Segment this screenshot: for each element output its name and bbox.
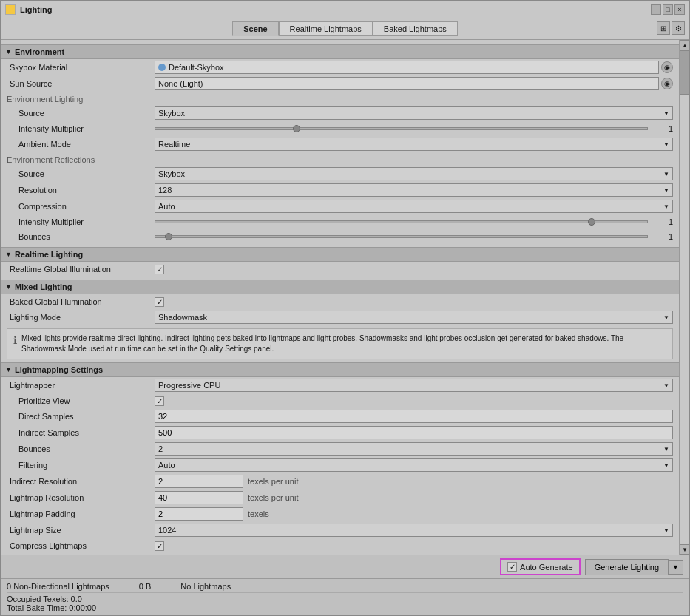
lightmapper-row: Lightmapper Progressive CPU ▼ bbox=[1, 377, 679, 393]
skybox-material-label: Skybox Material bbox=[7, 63, 155, 72]
mixed-lighting-info-text: Mixed lights provide realtime direct lig… bbox=[21, 334, 666, 354]
lightmap-resolution-row: Lightmap Resolution texels per unit bbox=[1, 490, 679, 506]
minimize-button[interactable]: _ bbox=[651, 4, 661, 15]
footer-divider bbox=[7, 592, 683, 593]
environment-section-header: ▼ Environment bbox=[1, 44, 679, 59]
scroll-down-button[interactable]: ▼ bbox=[680, 544, 689, 555]
sun-source-field[interactable]: None (Light) bbox=[155, 77, 659, 90]
tab-scene[interactable]: Scene bbox=[232, 21, 278, 36]
title-bar: Lighting _ □ × bbox=[1, 1, 689, 18]
skybox-material-row: Skybox Material Default-Skybox ◉ bbox=[1, 59, 679, 75]
sun-source-select-btn[interactable]: ◉ bbox=[661, 78, 673, 89]
refl-intensity-thumb[interactable] bbox=[588, 218, 595, 226]
refl-bounces-track[interactable] bbox=[155, 235, 648, 238]
scroll-up-button[interactable]: ▲ bbox=[680, 40, 689, 50]
refl-intensity-label: Intensity Multiplier bbox=[7, 217, 155, 226]
indirect-resolution-row: Indirect Resolution texels per unit bbox=[1, 473, 679, 490]
ambient-mode-dropdown[interactable]: Realtime ▼ bbox=[155, 138, 673, 151]
prioritize-view-label: Prioritize View bbox=[7, 396, 155, 405]
prioritize-view-checkbox[interactable] bbox=[155, 396, 164, 406]
indirect-resolution-value: texels per unit bbox=[155, 475, 673, 488]
indirect-samples-row: Indirect Samples 500 bbox=[1, 424, 679, 441]
ambient-mode-arrow: ▼ bbox=[663, 141, 669, 148]
refl-source-value: Skybox ▼ bbox=[155, 167, 673, 180]
compress-checkbox[interactable] bbox=[155, 541, 164, 551]
direct-samples-value: 32 bbox=[155, 410, 673, 423]
refl-bounces-label: Bounces bbox=[7, 232, 155, 241]
indirect-resolution-input[interactable] bbox=[155, 475, 243, 488]
mixed-arrow[interactable]: ▼ bbox=[5, 283, 12, 291]
refl-source-dropdown[interactable]: Skybox ▼ bbox=[155, 167, 673, 180]
refl-resolution-arrow: ▼ bbox=[663, 187, 669, 194]
auto-generate-checkbox[interactable] bbox=[507, 562, 517, 572]
refl-bounces-slider-container: 1 bbox=[155, 232, 673, 241]
ambient-mode-row: Ambient Mode Realtime ▼ bbox=[1, 136, 679, 152]
lighting-mode-text: Shadowmask bbox=[158, 313, 207, 322]
tab-realtime-lightmaps[interactable]: Realtime Lightmaps bbox=[279, 21, 373, 36]
scene-icon[interactable]: ⊞ bbox=[657, 21, 670, 35]
env-intensity-track[interactable] bbox=[155, 127, 648, 130]
skybox-material-field[interactable]: Default-Skybox bbox=[155, 61, 659, 74]
lightmapper-dropdown[interactable]: Progressive CPU ▼ bbox=[155, 379, 673, 392]
refl-intensity-number: 1 bbox=[651, 217, 673, 226]
skybox-material-value: Default-Skybox ◉ bbox=[155, 61, 673, 74]
scroll-track bbox=[680, 50, 689, 544]
refl-intensity-row: Intensity Multiplier 1 bbox=[1, 214, 679, 229]
indirect-resolution-label: Indirect Resolution bbox=[7, 477, 155, 486]
refl-bounces-thumb[interactable] bbox=[165, 233, 172, 240]
lighting-mode-arrow: ▼ bbox=[663, 314, 669, 321]
info-icon: ℹ bbox=[13, 334, 17, 354]
lightmapping-arrow[interactable]: ▼ bbox=[5, 366, 12, 373]
auto-generate-box[interactable]: Auto Generate bbox=[500, 558, 581, 575]
realtime-arrow[interactable]: ▼ bbox=[5, 251, 12, 258]
lighting-mode-dropdown[interactable]: Shadowmask ▼ bbox=[155, 311, 673, 324]
generate-lighting-button[interactable]: Generate Lighting bbox=[585, 559, 669, 575]
refl-compression-arrow: ▼ bbox=[663, 203, 669, 210]
realtime-gi-checkbox[interactable] bbox=[155, 265, 164, 274]
tab-baked-lightmaps[interactable]: Baked Lightmaps bbox=[373, 21, 458, 36]
close-button[interactable]: × bbox=[674, 4, 685, 15]
generate-lighting-dropdown-button[interactable]: ▼ bbox=[669, 560, 683, 575]
lm-bounces-dropdown[interactable]: 2 ▼ bbox=[155, 442, 673, 456]
lightmap-resolution-input[interactable] bbox=[155, 491, 243, 504]
sun-source-text: None (Light) bbox=[158, 79, 203, 88]
direct-samples-input[interactable]: 32 bbox=[155, 410, 673, 423]
env-lighting-source-dropdown[interactable]: Skybox ▼ bbox=[155, 106, 673, 120]
window-icon bbox=[5, 4, 16, 15]
refl-intensity-track[interactable] bbox=[155, 220, 648, 223]
sun-source-value: None (Light) ◉ bbox=[155, 77, 673, 90]
env-arrow[interactable]: ▼ bbox=[5, 48, 12, 55]
env-intensity-number: 1 bbox=[651, 124, 673, 133]
scroll-thumb[interactable] bbox=[680, 50, 689, 95]
skybox-material-select-btn[interactable]: ◉ bbox=[661, 61, 673, 73]
lightmap-padding-row: Lightmap Padding texels bbox=[1, 506, 679, 522]
lightmap-resolution-value: texels per unit bbox=[155, 491, 673, 504]
indirect-samples-input[interactable]: 500 bbox=[155, 426, 673, 439]
lightmap-size-arrow: ▼ bbox=[663, 527, 669, 534]
filtering-label: Filtering bbox=[7, 461, 155, 470]
ambient-mode-text: Realtime bbox=[158, 140, 190, 149]
title-bar-controls: _ □ × bbox=[651, 4, 685, 15]
lightmap-padding-unit: texels bbox=[248, 510, 269, 518]
filtering-dropdown[interactable]: Auto ▼ bbox=[155, 458, 673, 472]
refl-compression-dropdown[interactable]: Auto ▼ bbox=[155, 200, 673, 213]
baked-gi-checkbox[interactable] bbox=[155, 297, 164, 307]
lightmap-size-label: Lightmap Size bbox=[7, 526, 155, 535]
refl-intensity-value: 1 bbox=[155, 217, 673, 226]
lightmap-size-dropdown[interactable]: 1024 ▼ bbox=[155, 524, 673, 537]
realtime-section-header: ▼ Realtime Lighting bbox=[1, 247, 679, 262]
lighting-mode-value: Shadowmask ▼ bbox=[155, 311, 673, 324]
lightmapper-text: Progressive CPU bbox=[158, 381, 220, 390]
maximize-button[interactable]: □ bbox=[663, 4, 673, 15]
footer-bake-time: Total Bake Time: 0:00:00 bbox=[7, 603, 683, 612]
settings-icon[interactable]: ⚙ bbox=[672, 21, 685, 35]
refl-resolution-dropdown[interactable]: 128 ▼ bbox=[155, 183, 673, 197]
refl-source-text: Skybox bbox=[158, 169, 185, 178]
indirect-samples-value: 500 bbox=[155, 426, 673, 439]
env-reflections-sub-label: Environment Reflections bbox=[1, 152, 679, 166]
refl-bounces-number: 1 bbox=[651, 232, 673, 241]
refl-resolution-row: Resolution 128 ▼ bbox=[1, 182, 679, 198]
lightmap-padding-input[interactable] bbox=[155, 507, 243, 521]
env-intensity-thumb[interactable] bbox=[293, 125, 300, 132]
mixed-section-label: Mixed Lighting bbox=[15, 282, 72, 291]
